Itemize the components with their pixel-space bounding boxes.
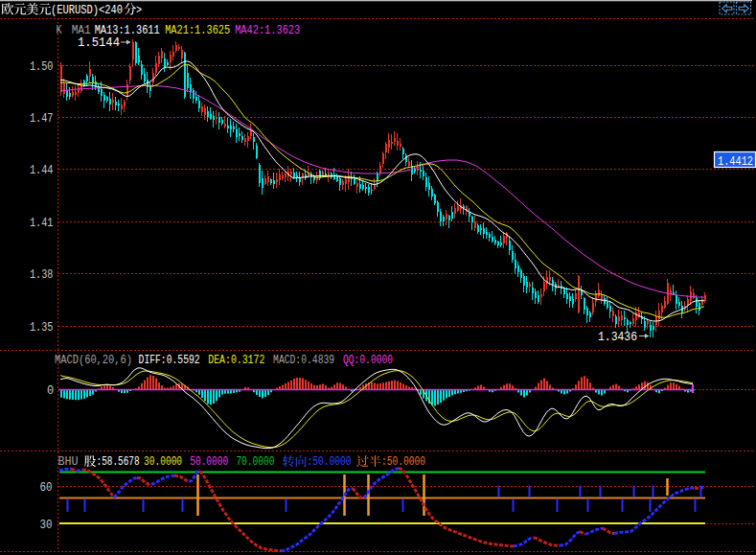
svg-text:MA21:1.3625: MA21:1.3625 [165, 24, 230, 37]
svg-text:MA1: MA1 [72, 24, 91, 37]
svg-text:70.0000: 70.0000 [236, 455, 274, 469]
svg-text:BHU: BHU [58, 455, 79, 469]
svg-text:1.5144: 1.5144 [78, 36, 120, 50]
svg-text:1.38: 1.38 [30, 268, 54, 282]
svg-text:DIFF:0.5592: DIFF:0.5592 [139, 354, 200, 367]
svg-text:>: > [136, 4, 142, 17]
svg-text:MACD(60,20,6): MACD(60,20,6) [55, 354, 132, 367]
svg-text:DEA:0.3172: DEA:0.3172 [208, 354, 264, 367]
svg-text:(EURUSD)<240: (EURUSD)<240 [51, 4, 123, 17]
svg-text:1.35: 1.35 [30, 321, 54, 335]
svg-text:30: 30 [40, 519, 53, 532]
svg-text:1.44: 1.44 [30, 164, 54, 177]
svg-text:0: 0 [47, 384, 54, 398]
svg-text:K: K [57, 24, 63, 37]
svg-text:1.4412: 1.4412 [718, 155, 753, 169]
svg-text::50.0000: :50.0000 [308, 455, 352, 469]
svg-text:MA13:1.3611: MA13:1.3611 [95, 24, 160, 37]
svg-text::50.0000: :50.0000 [381, 455, 425, 469]
svg-text:MACD:0.4839: MACD:0.4839 [273, 354, 334, 367]
svg-text:1.47: 1.47 [30, 112, 54, 126]
svg-text:60: 60 [40, 481, 53, 495]
svg-text:1.3436: 1.3436 [598, 331, 637, 344]
svg-text:30.0000: 30.0000 [144, 455, 182, 469]
svg-text:1.50: 1.50 [30, 60, 54, 74]
svg-text::58.5678: :58.5678 [97, 455, 140, 469]
svg-text:1.41: 1.41 [30, 217, 54, 230]
svg-text:MA42:1.3623: MA42:1.3623 [235, 24, 300, 37]
svg-text:50.0000: 50.0000 [190, 455, 228, 469]
svg-text:QQ:0.0000: QQ:0.0000 [343, 354, 393, 367]
